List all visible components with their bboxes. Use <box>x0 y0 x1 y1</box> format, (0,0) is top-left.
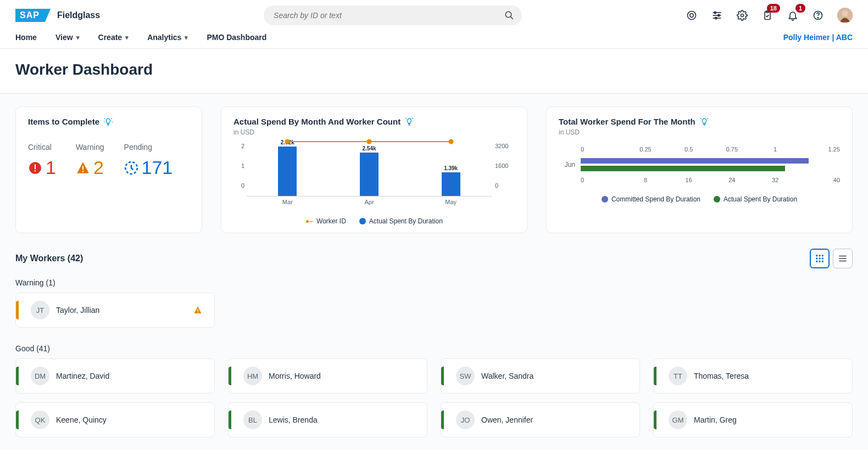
user-avatar[interactable] <box>837 8 853 23</box>
main-content: Items to Complete Critical 1 Warnin <box>0 94 868 449</box>
user-context-link[interactable]: Polly Heimer | ABC <box>783 33 853 42</box>
grid-view-button[interactable] <box>810 249 830 268</box>
search-icon[interactable] <box>504 10 514 20</box>
worker-name: Taylor, Jillian <box>56 306 99 314</box>
worker-initials: JO <box>456 411 475 429</box>
svg-rect-32 <box>819 255 821 256</box>
my-workers-title: My Workers (42) <box>15 254 83 263</box>
hbar-committed <box>581 158 809 164</box>
svg-point-9 <box>715 17 717 19</box>
chart-actual-spend: 210 2.92k2.54k1.39k 320016000 <box>233 142 515 196</box>
worker-initials: BL <box>243 411 262 429</box>
bar <box>360 153 379 196</box>
page-title: Worker Dashboard <box>0 49 868 94</box>
svg-line-18 <box>111 118 112 119</box>
lightbulb-icon[interactable] <box>405 117 414 126</box>
chart-total-worker-spend: 00.250.50.7511.25 Jun 0816243240 <box>559 146 840 183</box>
card-subtitle: in USD <box>233 128 515 136</box>
nav-item-create[interactable]: Create▾ <box>98 33 129 42</box>
worker-card[interactable]: HMMorris, Howard <box>228 358 427 394</box>
group-good-label: Good (41) <box>15 344 853 353</box>
worker-card[interactable]: DMMartinez, David <box>15 358 215 394</box>
worker-initials: JT <box>31 301 49 319</box>
chevron-down-icon: ▾ <box>185 34 188 41</box>
svg-rect-31 <box>816 255 817 256</box>
header-icon-group: 18 1 <box>686 8 853 23</box>
worker-initials: SW <box>456 367 475 385</box>
worker-card[interactable]: JTTaylor, Jillian <box>15 293 215 328</box>
svg-line-28 <box>413 118 413 119</box>
x-category: Apr <box>329 196 410 205</box>
nav-item-analytics[interactable]: Analytics▾ <box>147 33 188 42</box>
hbar-actual <box>581 166 785 171</box>
worker-card[interactable]: SWWalker, Sandra <box>441 358 640 394</box>
clipboard-icon[interactable]: 18 <box>761 9 774 21</box>
nav-item-view[interactable]: View▾ <box>55 33 80 42</box>
svg-point-14 <box>817 18 818 18</box>
nav-item-pmo-dashboard[interactable]: PMO Dashboard <box>207 33 266 42</box>
svg-rect-34 <box>816 258 817 260</box>
worker-name: Thomas, Teresa <box>694 372 749 380</box>
worker-card[interactable]: JOOwen, Jennifer <box>441 402 640 437</box>
kpi-pending[interactable]: Pending 171 <box>124 143 173 178</box>
kpi-label: Pending <box>124 143 173 151</box>
x-category: Mar <box>247 196 329 205</box>
card-title: Items to Complete <box>28 117 99 126</box>
lightbulb-icon[interactable] <box>104 117 113 126</box>
legend-committed: Committed Spend By Duration <box>602 195 700 203</box>
worker-name: Martinez, David <box>56 372 109 380</box>
help-icon[interactable] <box>812 9 824 21</box>
clipboard-badge: 18 <box>767 4 780 13</box>
target-icon[interactable] <box>686 9 698 21</box>
main-nav: HomeView▾Create▾Analytics▾PMO Dashboard … <box>0 31 868 49</box>
svg-point-10 <box>741 14 744 17</box>
sliders-icon[interactable] <box>711 9 723 21</box>
kpi-warning[interactable]: Warning 2 <box>76 143 104 178</box>
y-category: Jun <box>559 161 575 168</box>
card-actual-spend-by-month: Actual Spend By Month And Worker Count i… <box>221 106 527 233</box>
card-title: Total Worker Spend For The Month <box>559 117 695 126</box>
worker-card[interactable]: BLLewis, Brenda <box>228 402 427 437</box>
card-items-to-complete: Items to Complete Critical 1 Warnin <box>15 106 202 233</box>
global-search[interactable] <box>264 5 522 25</box>
worker-initials: HM <box>243 367 262 385</box>
bar <box>442 172 460 196</box>
bar-value-label: 1.39k <box>437 165 465 171</box>
svg-line-27 <box>406 118 407 119</box>
svg-line-17 <box>104 118 105 119</box>
kpi-value: 171 <box>142 157 173 178</box>
search-input[interactable] <box>264 5 522 25</box>
card-total-worker-spend: Total Worker Spend For The Month in USD … <box>546 106 853 233</box>
list-view-button[interactable] <box>833 249 853 268</box>
kpi-value: 2 <box>93 157 104 178</box>
legend-worker-id: ●– Worker ID <box>305 217 346 225</box>
worker-card[interactable]: GMMartin, Greg <box>653 402 853 437</box>
bar-value-label: 2.54k <box>355 145 383 151</box>
top-header: SAP Fieldglass 18 1 <box>0 0 868 31</box>
line-point <box>367 139 372 144</box>
card-title: Actual Spend By Month And Worker Count <box>233 117 400 126</box>
line-point <box>285 139 290 144</box>
kpi-label: Critical <box>28 143 56 151</box>
lightbulb-icon[interactable] <box>700 117 709 126</box>
worker-card[interactable]: QKKeene, Quincy <box>15 402 215 437</box>
chevron-down-icon: ▾ <box>76 34 80 41</box>
svg-point-3 <box>690 14 694 18</box>
bell-icon[interactable]: 1 <box>787 9 799 21</box>
svg-rect-22 <box>35 164 36 169</box>
svg-rect-36 <box>822 258 824 260</box>
clock-icon <box>124 161 138 175</box>
nav-item-home[interactable]: Home <box>15 33 37 42</box>
kpi-critical[interactable]: Critical 1 <box>28 143 56 178</box>
settings-icon[interactable] <box>736 9 748 21</box>
kpi-value: 1 <box>46 157 56 178</box>
worker-initials: QK <box>31 411 49 429</box>
critical-icon <box>28 161 42 175</box>
svg-rect-44 <box>197 312 198 312</box>
legend-actual-spent: Actual Spent By Duration <box>359 217 443 225</box>
svg-rect-24 <box>82 166 84 170</box>
svg-line-1 <box>511 17 513 19</box>
worker-name: Owen, Jennifer <box>481 415 533 424</box>
svg-point-0 <box>505 12 511 18</box>
worker-card[interactable]: TTThomas, Teresa <box>653 358 853 394</box>
